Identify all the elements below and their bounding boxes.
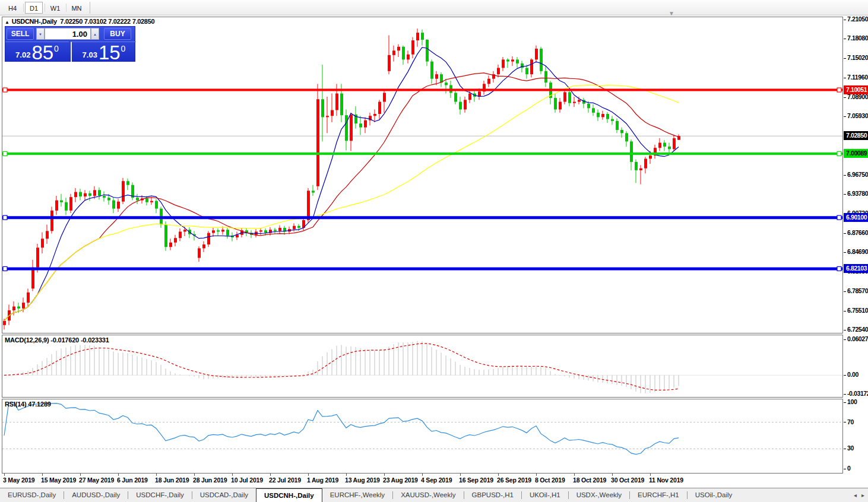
ohlc-open: 7.02250 [60, 18, 83, 25]
mt4-chart-window: H4D1W1MN 3 May 201915 May 201927 May 201… [0, 0, 868, 502]
price-tag: 7.02850 [844, 131, 868, 140]
date-label: 23 Aug 2019 [383, 476, 418, 484]
date-tick [612, 474, 613, 476]
timeframe-button-h4[interactable]: H4 [4, 2, 21, 14]
tab-eurchf-h1[interactable]: EURCHF-,H1 [630, 488, 687, 502]
sell-price-display[interactable]: 7.02 85 0 [5, 42, 69, 62]
price-tick-label: 6.96750 [844, 171, 868, 179]
toolbar-separator [23, 4, 24, 12]
volume-decrease-button[interactable]: ▼ [36, 28, 45, 40]
sell-button[interactable]: SELL [7, 28, 34, 40]
price-tick-label: 6.72540 [844, 326, 868, 334]
macd-main-value: -0.017620 [50, 336, 79, 344]
tab-gbpusd-h1[interactable]: GBPUSD-,H1 [464, 488, 521, 502]
date-tick [498, 474, 499, 476]
date-label: 13 Aug 2019 [345, 476, 380, 484]
date-tick [650, 474, 651, 476]
date-label: 28 Jun 2019 [193, 476, 227, 484]
macd-indicator-panel[interactable] [2, 335, 843, 398]
rsi-tick-label: 30 [844, 444, 868, 453]
chart-tab-bar: EURUSD-,DailyAUDUSD-,DailyUSDCHF-,DailyU… [0, 488, 868, 502]
price-tick-label: 7.18080 [844, 34, 868, 43]
date-label: 4 Sep 2019 [421, 476, 452, 484]
tab-usdx-weekly[interactable]: USDX-,Weekly [569, 488, 629, 502]
tab-usdcnh-daily[interactable]: USDCNH-,Daily [256, 488, 322, 502]
date-label: 18 Oct 2019 [573, 476, 606, 484]
date-label: 22 Jul 2019 [269, 476, 301, 484]
date-tick [384, 474, 385, 476]
date-tick [42, 474, 43, 476]
sell-price-prefix: 7.02 [15, 50, 30, 59]
ohlc-close: 7.02850 [132, 18, 155, 25]
date-tick [4, 474, 5, 476]
date-label: 6 Jun 2019 [117, 476, 148, 484]
timeframe-button-d1[interactable]: D1 [25, 2, 43, 14]
date-tick [460, 474, 461, 476]
macd-tick-label: -0.031725 [844, 390, 868, 398]
tab-usdcad-daily[interactable]: USDCAD-,Daily [192, 488, 256, 502]
tab-scroll-right-icon[interactable]: ▸ [861, 492, 864, 498]
volume-input[interactable] [45, 28, 91, 40]
tab-usdchf-daily[interactable]: USDCHF-,Daily [128, 488, 192, 502]
tab-scroll-left-icon[interactable]: ◂ [854, 492, 857, 498]
buy-price-display[interactable]: 7.03 15 0 [71, 42, 136, 62]
tab-audusd-daily[interactable]: AUDUSD-,Daily [64, 488, 128, 502]
date-label: 8 Oct 2019 [535, 476, 565, 484]
tab-scroll-arrows: ◂▸ [854, 488, 868, 502]
toolbar-separator [66, 4, 66, 12]
sell-price-pips: 85 [31, 44, 53, 62]
date-label: 16 Sep 2019 [459, 476, 493, 484]
timeframe-toolbar: H4D1W1MN [0, 0, 868, 15]
date-tick [308, 474, 309, 476]
collapse-panel-icon[interactable]: ▲ [5, 20, 9, 25]
buy-price-point: 0 [121, 44, 126, 53]
price-tick-label: 6.87660 [844, 229, 868, 237]
price-tick-label: 7.11960 [844, 74, 868, 82]
volume-increase-button[interactable]: ▲ [91, 28, 99, 40]
price-tag: 6.82103 [844, 264, 868, 273]
date-tick [346, 474, 347, 476]
price-tick-label: 6.75510 [844, 307, 868, 315]
date-tick [270, 474, 271, 476]
date-axis: 3 May 201915 May 201927 May 20196 Jun 20… [2, 474, 843, 487]
date-tick [574, 474, 575, 476]
price-tick-label: 6.93780 [844, 190, 868, 198]
tab-eurchf-weekly[interactable]: EURCHF-,Weekly [322, 488, 392, 502]
one-click-trading-panel: SELL ▼ ▲ BUY 7.02 85 0 7.03 15 0 [5, 26, 135, 62]
date-tick [80, 474, 81, 476]
date-tick [118, 474, 119, 476]
date-label: 10 Jul 2019 [231, 476, 263, 484]
price-tick-label: 6.78570 [844, 287, 868, 296]
macd-tick-label: 0.060273 [844, 335, 868, 344]
date-label: 11 Nov 2019 [649, 476, 683, 484]
price-tag: 7.00089 [844, 149, 868, 158]
rsi-label: RSI(14) 47.1289 [5, 401, 51, 408]
trade-panel-top-row: SELL ▼ ▲ BUY [5, 27, 135, 41]
tab-ukoil-h1[interactable]: UKOil-,H1 [522, 488, 568, 502]
price-tick-label: 7.15020 [844, 54, 868, 62]
ohlc-low: 7.02222 [108, 18, 131, 25]
date-label: 3 May 2019 [3, 476, 34, 484]
timeframe-button-w1[interactable]: W1 [46, 2, 64, 14]
date-tick [422, 474, 423, 476]
buy-price-prefix: 7.03 [83, 50, 97, 59]
toolbar-separator [90, 2, 90, 14]
date-label: 30 Oct 2019 [611, 476, 644, 484]
tab-eurusd-daily[interactable]: EURUSD-,Daily [0, 488, 64, 502]
rsi-tick-label: 70 [844, 418, 868, 427]
tab-xauusd-weekly[interactable]: XAUUSD-,Weekly [393, 488, 463, 502]
timeframe-button-mn[interactable]: MN [68, 2, 85, 14]
buy-button[interactable]: BUY [104, 28, 131, 40]
ohlc-high: 7.03102 [84, 18, 107, 25]
date-label: 1 Aug 2019 [307, 476, 338, 484]
price-chart-panel[interactable] [2, 17, 843, 333]
date-tick [232, 474, 233, 476]
chart-scroll-marker-icon[interactable]: ▼ [669, 10, 674, 17]
macd-signal-value: -0.023331 [81, 336, 109, 344]
chart-title: ▲USDCNH-,Daily 7.02250 7.03102 7.02222 7… [5, 18, 154, 25]
price-scale[interactable]: 7.210507.180807.150207.119607.089007.059… [844, 17, 868, 474]
tab-usoil-daily[interactable]: USOil-,Daily [688, 488, 740, 502]
buy-price-pips: 15 [99, 44, 121, 62]
price-tick-label: 7.08900 [844, 93, 868, 101]
rsi-indicator-panel[interactable] [2, 399, 843, 474]
